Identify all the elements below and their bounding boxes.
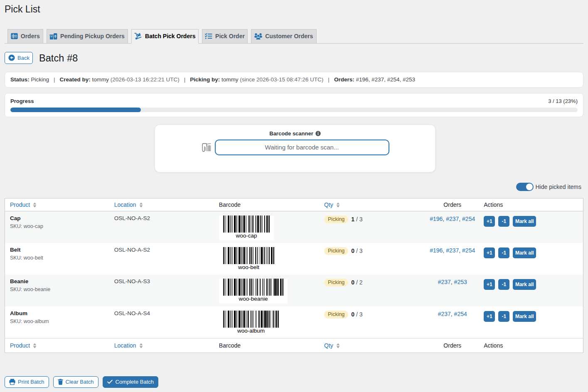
svg-text:woo-beanie: woo-beanie [238,296,268,302]
svg-text:woo-belt: woo-belt [238,264,259,270]
svg-text:woo-cap: woo-cap [235,232,257,238]
svg-text:woo-album: woo-album [237,327,265,333]
